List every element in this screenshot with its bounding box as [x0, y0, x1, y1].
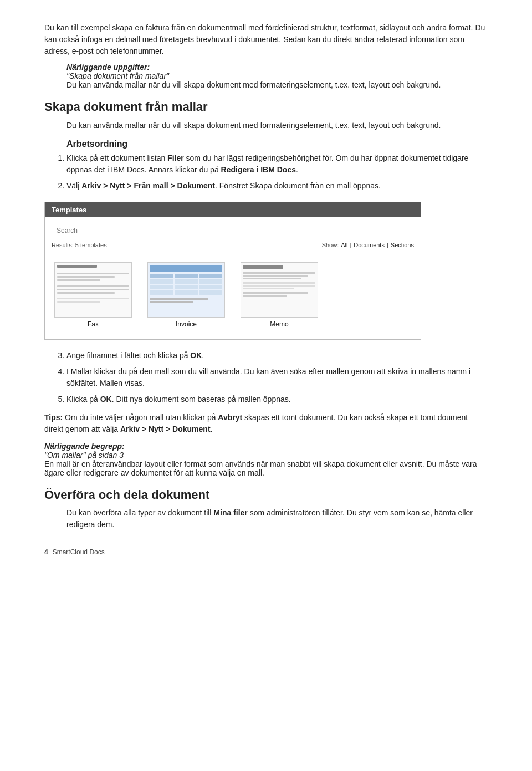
templates-body: Results: 5 templates Show: All | Documen…	[45, 217, 421, 339]
step2-bold: Arkiv > Nytt > Från mall > Dokument	[81, 181, 215, 190]
templates-results-bar: Results: 5 templates Show: All | Documen…	[52, 242, 414, 252]
template-memo-thumb	[241, 262, 318, 318]
step-2: Välj Arkiv > Nytt > Från mall > Dokument…	[66, 180, 488, 192]
template-memo-name: Memo	[270, 320, 288, 328]
templates-dialog: Templates Results: 5 templates Show: All…	[44, 202, 421, 340]
related-title-1: "Skapa dokument från mallar"	[66, 72, 169, 80]
section-heading-skapa: Skapa dokument från mallar	[44, 99, 488, 115]
memo-content	[243, 265, 315, 297]
template-invoice-name: Invoice	[176, 320, 197, 328]
tip-text: Tips: Om du inte väljer någon mall utan …	[44, 412, 488, 435]
step-5: Klicka på OK. Ditt nya dokument som base…	[66, 394, 488, 405]
related-desc-1: Du kan använda mallar när du vill skapa …	[66, 80, 441, 89]
template-fax-thumb	[54, 262, 132, 318]
fax-lines	[57, 265, 129, 304]
template-memo[interactable]: Memo	[238, 262, 321, 328]
tip-label: Tips:	[44, 413, 63, 422]
tip-arkiv: Arkiv > Nytt > Dokument	[120, 425, 211, 433]
related-desc-2: En mall är en återanvändbar layout eller…	[44, 459, 477, 477]
step3-bold-ok: OK	[190, 351, 202, 360]
show-documents-link[interactable]: Documents	[354, 242, 385, 248]
section2-desc: Du kan överföra alla typer av dokument t…	[66, 507, 488, 530]
related-label-1: Närliggande uppgifter:	[66, 63, 150, 72]
sub-heading-arbetsordning: Arbetsordning	[66, 139, 488, 149]
results-count: Results: 5 templates	[52, 242, 107, 248]
section2-bold-minafiler: Mina filer	[213, 508, 247, 517]
template-fax-name: Fax	[88, 320, 99, 328]
template-invoice[interactable]: Invoice	[145, 262, 228, 328]
templates-title: Templates	[52, 206, 86, 214]
related-tasks-1: Närliggande uppgifter: "Skapa dokument f…	[66, 63, 488, 89]
intro-paragraph: Du kan till exempel skapa en faktura frå…	[44, 22, 488, 57]
show-label: Show:	[322, 242, 339, 248]
section-heading-overfora: Överföra och dela dokument	[44, 487, 488, 503]
templates-titlebar: Templates	[45, 202, 421, 217]
related-concepts-2: Närliggande begrepp: "Om mallar" på sida…	[44, 442, 488, 477]
template-invoice-thumb	[147, 262, 225, 318]
section-desc: Du kan använda mallar när du vill skapa …	[66, 120, 488, 131]
step1-bold-redigera: Redigera i IBM Docs	[221, 165, 296, 174]
steps-list-2: Ange filnamnet i fältet och klicka på OK…	[66, 350, 488, 405]
step5-bold-ok: OK	[100, 395, 112, 404]
page-footer: 4 SmartCloud Docs	[0, 548, 532, 556]
steps-list: Klicka på ett dokument listan Filer som …	[66, 152, 488, 192]
tip-avbryt: Avbryt	[218, 413, 242, 422]
step-4: I Mallar klickar du på den mall som du v…	[66, 366, 488, 389]
step-3: Ange filnamnet i fältet och klicka på OK…	[66, 350, 488, 361]
page: Du kan till exempel skapa en faktura frå…	[0, 0, 532, 569]
related-title-2: "Om mallar" på sidan 3	[44, 451, 124, 459]
show-all-link[interactable]: All	[341, 242, 347, 248]
show-sections-link[interactable]: Sections	[391, 242, 414, 248]
related-label-2: Närliggande begrepp:	[44, 442, 125, 451]
show-sep-1: |	[350, 242, 351, 248]
templates-grid: Fax	[52, 258, 414, 333]
page-number: 4	[44, 548, 48, 556]
show-sep-2: |	[387, 242, 388, 248]
show-options: Show: All | Documents | Sections	[322, 242, 414, 248]
step1-bold-filer: Filer	[167, 154, 184, 162]
tip-box: Tips: Om du inte väljer någon mall utan …	[44, 412, 488, 435]
step-1: Klicka på ett dokument listan Filer som …	[66, 152, 488, 176]
invoice-content	[150, 265, 222, 303]
app-name: SmartCloud Docs	[53, 548, 105, 556]
search-input[interactable]	[52, 224, 151, 237]
template-fax[interactable]: Fax	[52, 262, 135, 328]
